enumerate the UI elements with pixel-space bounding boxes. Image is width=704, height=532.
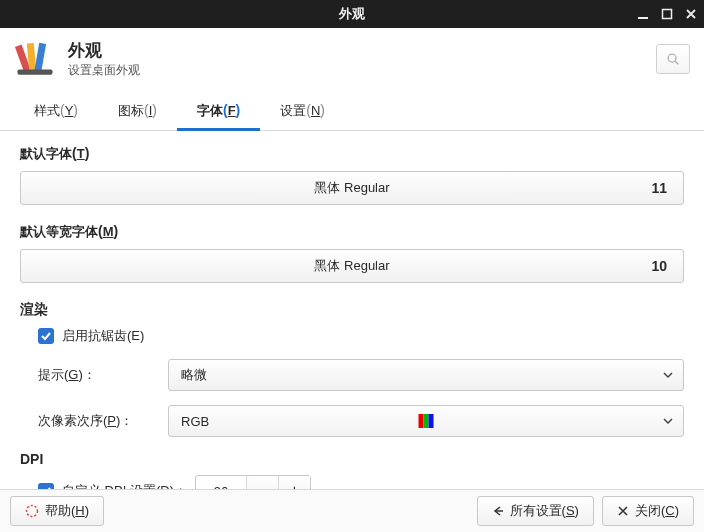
tab-icons[interactable]: 图标(I) bbox=[98, 92, 177, 130]
svg-rect-0 bbox=[638, 17, 648, 19]
search-button[interactable] bbox=[656, 44, 690, 74]
svg-point-6 bbox=[668, 54, 676, 62]
close-button[interactable] bbox=[684, 7, 698, 21]
minimize-button[interactable] bbox=[636, 7, 650, 21]
page-subtitle: 设置桌面外观 bbox=[68, 63, 140, 77]
dpi-spinner[interactable]: 96 − + bbox=[195, 475, 311, 489]
header-text: 外观 设置桌面外观 bbox=[68, 41, 140, 78]
custom-dpi-row: 自定义 DPI 设置(D)： 96 − + bbox=[38, 475, 684, 489]
svg-line-7 bbox=[675, 61, 678, 64]
tab-fonts[interactable]: 字体(F) bbox=[177, 92, 260, 130]
hinting-row: 提示(G)： 略微 bbox=[38, 359, 684, 391]
search-icon bbox=[666, 52, 680, 66]
subpixel-combo[interactable]: RGB bbox=[168, 405, 684, 437]
default-font-label: 默认字体(T) bbox=[20, 145, 684, 163]
mono-font-label: 默认等宽字体(M) bbox=[20, 223, 684, 241]
content: 默认字体(T) 黑体 Regular 11 默认等宽字体(M) 黑体 Regul… bbox=[0, 131, 704, 489]
tabs: 样式(Y) 图标(I) 字体(F) 设置(N) bbox=[0, 92, 704, 131]
hinting-value: 略微 bbox=[181, 366, 207, 384]
mono-font-name: 黑体 Regular bbox=[314, 257, 389, 275]
hinting-label: 提示(G)： bbox=[38, 366, 168, 384]
default-font-button[interactable]: 黑体 Regular 11 bbox=[20, 171, 684, 205]
svg-rect-1 bbox=[663, 10, 672, 19]
custom-dpi-label: 自定义 DPI 设置(D)： bbox=[62, 482, 187, 489]
page-title: 外观 bbox=[68, 41, 140, 61]
appearance-icon bbox=[14, 38, 56, 80]
dpi-increment-button[interactable]: + bbox=[278, 476, 310, 489]
dpi-decrement-button[interactable]: − bbox=[246, 476, 278, 489]
hinting-combo[interactable]: 略微 bbox=[168, 359, 684, 391]
footer: 帮助(H) 所有设置(S) 关闭(C) bbox=[0, 489, 704, 532]
default-font-name: 黑体 Regular bbox=[314, 179, 389, 197]
mono-font-size: 10 bbox=[651, 258, 667, 274]
svg-point-8 bbox=[27, 506, 38, 517]
dpi-label: DPI bbox=[20, 451, 684, 467]
svg-rect-5 bbox=[18, 70, 53, 75]
titlebar: 外观 bbox=[0, 0, 704, 28]
maximize-button[interactable] bbox=[660, 7, 674, 21]
window-title: 外观 bbox=[339, 5, 365, 23]
subpixel-value: RGB bbox=[181, 414, 209, 429]
svg-rect-4 bbox=[34, 43, 46, 72]
chevron-down-icon bbox=[663, 368, 673, 383]
rendering-label: 渲染 bbox=[20, 301, 684, 319]
all-settings-button[interactable]: 所有设置(S) bbox=[477, 496, 594, 526]
back-arrow-icon bbox=[492, 505, 504, 517]
rgb-preview-icon bbox=[419, 414, 434, 428]
help-icon bbox=[25, 504, 39, 518]
help-button[interactable]: 帮助(H) bbox=[10, 496, 104, 526]
chevron-down-icon bbox=[663, 414, 673, 429]
antialias-checkbox[interactable] bbox=[38, 328, 54, 344]
antialias-label: 启用抗锯齿(E) bbox=[62, 327, 144, 345]
window-controls bbox=[636, 0, 698, 28]
tab-style[interactable]: 样式(Y) bbox=[14, 92, 98, 130]
tab-settings[interactable]: 设置(N) bbox=[260, 92, 345, 130]
mono-font-button[interactable]: 黑体 Regular 10 bbox=[20, 249, 684, 283]
subpixel-label: 次像素次序(P)： bbox=[38, 412, 168, 430]
close-icon bbox=[617, 505, 629, 517]
close-dialog-button[interactable]: 关闭(C) bbox=[602, 496, 694, 526]
appearance-window: 外观 外观 设置桌面外观 样式(Y) 图标(I) 字体(F) 设置(N) 默认字… bbox=[0, 0, 704, 532]
subpixel-row: 次像素次序(P)： RGB bbox=[38, 405, 684, 437]
header: 外观 设置桌面外观 bbox=[0, 28, 704, 90]
antialias-row: 启用抗锯齿(E) bbox=[38, 327, 684, 345]
default-font-size: 11 bbox=[651, 180, 667, 196]
